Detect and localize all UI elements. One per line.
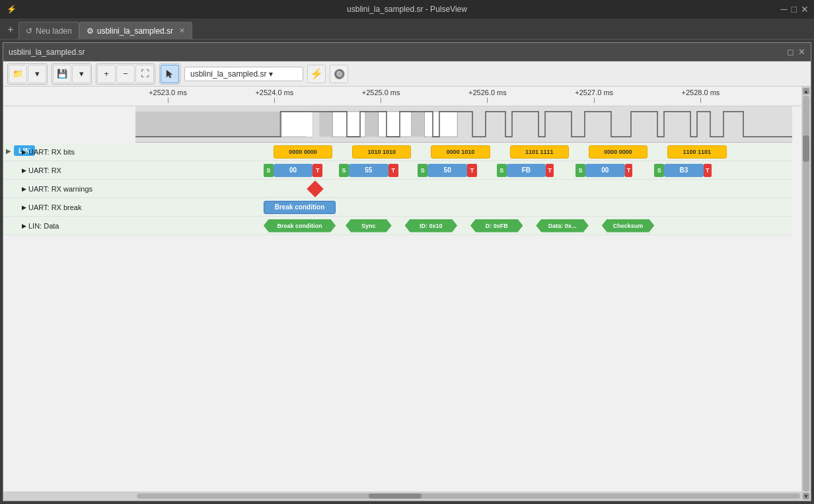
doc-close-btn[interactable]: ✕ [798, 47, 805, 57]
svg-rect-3 [319, 112, 332, 137]
vscroll-up-btn[interactable]: ▲ [803, 88, 809, 94]
chip-00-1: 00 [274, 164, 313, 177]
tab-neu-laden[interactable]: ↺ Neu laden [18, 22, 79, 39]
main-content: +2523.0 ms +2524.0 ms +2525.0 ms +2526.0… [3, 87, 811, 501]
chip-lin-d-0xfb: D: 0xFB [470, 219, 523, 233]
uart-rx-warnings-expand[interactable]: ▶ [22, 186, 26, 192]
chip-1010-1010: 1010 1010 [352, 145, 411, 159]
ruler-tick-1: +2523.0 ms [149, 89, 187, 103]
ruler-tick-3: +2525.0 ms [362, 89, 400, 103]
t-marker-4: T [546, 164, 554, 177]
config-btn[interactable]: 🔘 [330, 65, 348, 83]
svg-rect-1 [135, 112, 280, 137]
chip-1101-1111: 1101 1111 [510, 145, 569, 159]
chip-0000-1010: 0000 1010 [431, 145, 490, 159]
svg-rect-9 [306, 112, 313, 137]
waveform-background [135, 106, 792, 143]
tab-gear-icon: ⚙ [87, 26, 94, 36]
vertical-scrollbar[interactable]: ▲ ▼ [801, 87, 811, 501]
chip-break-condition-uart: Break condition [264, 201, 336, 214]
signal-row-uart-rx-warnings: ▶ UART: RX warnings [3, 180, 792, 198]
horizontal-scrollbar[interactable] [3, 491, 801, 501]
t-marker-2: T [388, 164, 398, 177]
scrollbar-track[interactable] [137, 493, 800, 499]
t-marker-5: T [625, 164, 633, 177]
s-marker-6: S [654, 164, 664, 177]
s-marker-4: S [497, 164, 507, 177]
uart-rx-break-label: ▶ UART: RX break [3, 203, 135, 211]
open-btn[interactable]: 📁 [9, 65, 27, 83]
chip-lin-id: ID: 0x10 [405, 219, 458, 233]
zoom-out-btn[interactable]: − [116, 65, 135, 83]
signal-row-uart-rx: ▶ UART: RX S 00 T S 55 T S 50 [3, 161, 792, 180]
waveform-area[interactable]: ▶ LIN ▶ UART: RX bits 0000 0000 [3, 106, 801, 491]
ruler-tick-6: +2528.0 ms [682, 89, 720, 103]
ruler-tick-4: +2526.0 ms [468, 89, 507, 103]
tab-close-icon[interactable]: ✕ [179, 26, 185, 35]
chip-55: 55 [349, 164, 388, 177]
uart-rx-expand[interactable]: ▶ [22, 167, 26, 174]
tab-icon: ↺ [26, 26, 32, 36]
tab-usblini[interactable]: ⚙ usblini_la_sampled.sr ✕ [79, 22, 192, 39]
doc-float-btn[interactable]: ◻ [787, 47, 794, 57]
svg-marker-0 [166, 70, 172, 78]
run-btn[interactable]: ⚡ [307, 65, 326, 83]
ruler-label-4: +2526.0 ms [468, 89, 507, 96]
svg-rect-6 [379, 112, 412, 137]
new-tab-button[interactable]: + [3, 22, 18, 38]
trace-area: +2523.0 ms +2524.0 ms +2525.0 ms +2526.0… [3, 87, 801, 501]
tab-label-active: usblini_la_sampled.sr [97, 26, 173, 36]
lin-data-expand[interactable]: ▶ [22, 223, 26, 229]
t-marker-1: T [313, 164, 322, 177]
signal-row-uart-rx-break: ▶ UART: RX break Break condition [3, 198, 792, 217]
toolbar-group-save: 💾 ▾ [52, 63, 92, 85]
save-icon: 💾 [57, 69, 67, 79]
filename-dropdown-icon[interactable]: ▾ [269, 69, 273, 79]
ruler-tick-5: +2527.0 ms [575, 89, 613, 103]
tabbar: + ↺ Neu laden ⚙ usblini_la_sampled.sr ✕ [0, 18, 814, 40]
titlebar: ⚡ usblini_la_sampled.sr - PulseView ─ □ … [0, 0, 814, 18]
app-icon: ⚡ [7, 5, 17, 14]
vscroll-thumb[interactable] [803, 135, 809, 162]
vscroll-down-btn[interactable]: ▼ [803, 493, 809, 499]
signal-row-uart-rx-bits: ▶ UART: RX bits 0000 0000 1010 1010 0000… [3, 143, 792, 161]
uart-rx-bits-label: ▶ UART: RX bits [3, 148, 135, 156]
close-btn[interactable]: ✕ [801, 4, 809, 15]
chip-0000-0000: 0000 0000 [274, 145, 332, 159]
open-dropdown-btn[interactable]: ▾ [28, 65, 46, 83]
signal-row-lin-data: ▶ LIN: Data Break condition Sync ID: 0x1… [3, 217, 792, 235]
chip-lin-data-0x: Data: 0x... [536, 219, 589, 233]
maximize-btn[interactable]: □ [792, 4, 797, 15]
doc-title: usblini_la_sampled.sr [9, 48, 85, 57]
scrollbar-thumb[interactable] [369, 493, 422, 499]
zoom-in-btn[interactable]: + [97, 65, 116, 83]
t-marker-6: T [704, 164, 712, 177]
uart-rx-warnings-trace [135, 180, 792, 198]
s-marker-3: S [418, 164, 427, 177]
save-btn[interactable]: 💾 [53, 65, 71, 83]
zoom-fit-btn[interactable]: ⛶ [135, 65, 154, 83]
svg-rect-8 [424, 112, 457, 137]
t-marker-3: T [467, 164, 477, 177]
config-icon: 🔘 [334, 69, 345, 79]
toolbar-group-pointer [159, 63, 180, 85]
chip-lin-checksum: Checksum [602, 219, 655, 233]
window-title: usblini_la_sampled.sr - PulseView [347, 5, 467, 14]
uart-rx-bits-expand[interactable]: ▶ [22, 149, 26, 155]
lin-data-label: ▶ LIN: Data [3, 222, 135, 230]
toolbar: 📁 ▾ 💾 ▾ + − ⛶ usblini_la_samp [3, 61, 811, 87]
minimize-btn[interactable]: ─ [781, 4, 788, 15]
pointer-btn[interactable] [161, 65, 179, 83]
chip-0000-0000-2: 0000 0000 [589, 145, 648, 159]
chip-fb: FB [507, 164, 546, 177]
chip-lin-sync: Sync [346, 219, 392, 233]
ruler-tick-2: +2524.0 ms [255, 89, 293, 103]
vscroll-track[interactable] [803, 96, 809, 491]
ruler-label-5: +2527.0 ms [575, 89, 613, 96]
timeline-ruler: +2523.0 ms +2524.0 ms +2525.0 ms +2526.0… [3, 87, 801, 106]
filename-text: usblini_la_sampled.sr [190, 69, 266, 79]
lin-data-trace: Break condition Sync ID: 0x10 D: 0xFB Da… [135, 217, 792, 235]
save-dropdown-btn[interactable]: ▾ [72, 65, 91, 83]
uart-rx-break-expand[interactable]: ▶ [22, 204, 26, 211]
ruler-label-6: +2528.0 ms [682, 89, 720, 96]
